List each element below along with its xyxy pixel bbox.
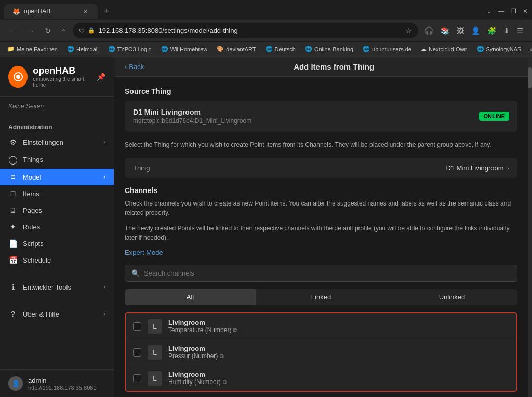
channel-name: Livingroom — [168, 371, 227, 378]
minimize-button[interactable]: — — [498, 8, 504, 15]
chevron-right-icon: › — [103, 283, 105, 291]
sidebar-item-rules[interactable]: ✦ Rules — [0, 218, 114, 235]
channel-type: Pressur (Number) ⧉ — [168, 352, 224, 360]
content-header: ‹ Back Add Items from Thing — [114, 57, 528, 77]
search-icon: 🔍 — [131, 269, 140, 277]
sidebar-item-developer-tools[interactable]: ℹ Entwickler Tools › — [0, 279, 114, 295]
copy-icon[interactable]: ⧉ — [233, 327, 237, 334]
site-icon: 🌐 — [108, 46, 115, 52]
refresh-button[interactable]: ↻ — [42, 24, 54, 37]
extensions-button[interactable]: 🧩 — [485, 24, 498, 37]
channel-info-pressur: Livingroom Pressur (Number) ⧉ — [168, 345, 224, 360]
downloads-button[interactable]: ⬇ — [501, 24, 512, 37]
scrollbar[interactable] — [528, 57, 532, 397]
channels-title: Channels — [125, 186, 517, 195]
sidebar-item-about[interactable]: ? Über & Hilfe › — [0, 306, 114, 322]
sidebar-item-items[interactable]: □ Items — [0, 185, 114, 202]
sidebar-item-scripts[interactable]: 📄 Scripts — [0, 235, 114, 252]
browser-tab-openhab[interactable]: 🦊 openHAB ✕ — [4, 4, 98, 19]
close-browser-button[interactable]: ✕ — [523, 8, 528, 15]
sidebar-label: Model — [23, 173, 98, 181]
bookmark-deutsch[interactable]: 🌐 Deutsch — [262, 45, 299, 53]
copy-icon[interactable]: ⧉ — [220, 353, 224, 360]
copy-icon[interactable]: ⧉ — [223, 379, 227, 386]
tab-close-button[interactable]: ✕ — [81, 7, 89, 16]
logo-text: openHAB — [33, 65, 91, 76]
thing-row-value-text: D1 Mini Livingroom — [446, 164, 503, 172]
tab-list-button[interactable]: ⌄ — [487, 8, 492, 15]
rules-icon: ✦ — [8, 223, 18, 231]
search-bar: 🔍 — [125, 265, 517, 282]
keine-seiten-label: Keine Seiten — [0, 97, 114, 116]
bookmark-nextcloud[interactable]: ☁ Nextcloud Own — [418, 45, 471, 53]
container-button[interactable]: 📚 — [438, 24, 451, 37]
sidebar-user: 👤 admin http://192.168.178.35:8080 — [0, 369, 114, 397]
user-info: admin http://192.168.178.35:8080 — [28, 377, 97, 391]
channel-type-text: Humidity (Number) — [168, 378, 221, 386]
filter-tabs: All Linked Unlinked — [125, 289, 517, 305]
url-text: 192.168.178.35:8080/settings/model/add-t… — [98, 26, 402, 34]
bookmark-heimdall[interactable]: 🌐 Heimdall — [64, 45, 102, 53]
back-chevron-icon: ‹ — [125, 63, 127, 71]
channels-desc2: The newly created Points will be linked … — [125, 224, 517, 242]
search-channels-input[interactable] — [144, 269, 511, 277]
main-content: ‹ Back Add Items from Thing Source Thing… — [114, 57, 528, 397]
chevron-right-icon: › — [103, 173, 105, 181]
filter-tab-all[interactable]: All — [125, 289, 256, 305]
tab-bar: 🦊 openHAB ✕ + ⌄ — ❐ ✕ — [0, 0, 532, 20]
sidebar-item-things[interactable]: ◯ Things — [0, 150, 114, 169]
new-tab-button[interactable]: + — [100, 4, 114, 19]
site-icon: 🌐 — [161, 46, 168, 52]
sidebar-pin-button[interactable]: 📌 — [97, 73, 105, 81]
channels-desc1: Check the channels you wish to create as… — [125, 199, 517, 217]
site-icon: 🌐 — [67, 46, 74, 52]
bookmark-ubuntu[interactable]: 🌐 ubuntuusers.de — [360, 45, 415, 53]
bookmark-label: deviantART — [226, 46, 256, 52]
account-button[interactable]: 👤 — [469, 24, 482, 37]
pages-icon: 🖥 — [8, 206, 18, 214]
scripts-icon: 📄 — [8, 239, 18, 248]
address-bar[interactable]: 🛡 🔒 192.168.178.35:8080/settings/model/a… — [73, 23, 418, 38]
sidebar-item-schedule[interactable]: 📅 Schedule — [0, 252, 114, 268]
scrollbar-thumb[interactable] — [528, 67, 532, 88]
bookmark-label: Heimdall — [76, 46, 99, 52]
channel-item-pressur: L Livingroom Pressur (Number) ⧉ — [126, 339, 516, 365]
thing-name: D1 Mini Livingroom — [133, 108, 251, 116]
filter-tab-linked[interactable]: Linked — [256, 289, 387, 305]
sidebar-section-developer: ℹ Entwickler Tools › — [0, 273, 114, 300]
sidebar-item-einstellungen[interactable]: ⚙ Einstellungen › — [0, 134, 114, 150]
bookmark-deviantart[interactable]: 🎨 deviantART — [214, 45, 259, 53]
forward-nav-button[interactable]: → — [24, 24, 37, 37]
bookmark-banking[interactable]: 🌐 Online-Banking — [302, 45, 356, 53]
bookmark-meine-favoriten[interactable]: 📁 Meine Favoriten — [4, 45, 61, 53]
bookmark-wii[interactable]: 🌐 Wii Homebrew — [158, 45, 211, 53]
menu-button[interactable]: ☰ — [515, 24, 526, 37]
site-icon: 🌐 — [265, 46, 273, 52]
channel-checkbox-pressur[interactable] — [133, 348, 141, 357]
screenshot-button[interactable]: 🖼 — [455, 24, 466, 37]
home-button[interactable]: ⌂ — [58, 24, 69, 37]
sidebar-item-pages[interactable]: 🖥 Pages — [0, 202, 114, 218]
filter-tab-unlinked[interactable]: Unlinked — [387, 289, 517, 305]
bookmark-star-icon[interactable]: ☆ — [405, 26, 412, 35]
back-nav-button[interactable]: ← — [6, 24, 20, 37]
bookmark-synology[interactable]: 🌐 SynologyNAS — [474, 45, 525, 53]
sidebar-label: Pages — [23, 207, 105, 214]
restore-button[interactable]: ❐ — [511, 8, 516, 15]
channel-letter-icon: L — [148, 345, 162, 360]
bookmark-label: SynologyNAS — [486, 46, 522, 52]
channel-checkbox-humidity[interactable] — [133, 374, 141, 382]
bookmark-label: ubuntuusers.de — [372, 46, 411, 52]
expert-mode-link[interactable]: Expert Mode — [125, 249, 163, 256]
pocket-button[interactable]: 🎧 — [422, 24, 435, 37]
bookmark-typo3[interactable]: 🌐 TYPO3 Login — [105, 45, 155, 53]
sidebar-label: Entwickler Tools — [23, 283, 98, 291]
channel-checkbox-temperature[interactable] — [133, 322, 141, 331]
logo-icon — [8, 66, 28, 88]
thing-row[interactable]: Thing D1 Mini Livingroom › — [125, 158, 517, 178]
thing-info: D1 Mini Livingroom mqtt:topic:b6d1d76b4:… — [133, 108, 251, 125]
back-button[interactable]: ‹ Back — [125, 63, 144, 71]
things-icon: ◯ — [8, 155, 18, 165]
thing-id: mqtt:topic:b6d1d76b4:D1_Mini_Livingroom — [133, 117, 251, 125]
sidebar-item-model[interactable]: ≡ Model › — [0, 169, 114, 185]
